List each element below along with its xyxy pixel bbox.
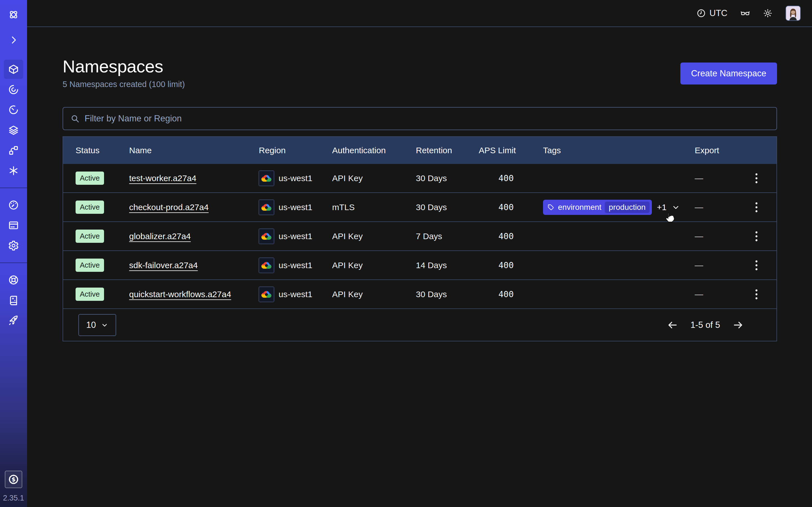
sidebar-item-getting-started[interactable] xyxy=(4,311,23,330)
region-cell: us-west1 xyxy=(259,229,332,244)
sidebar-item-nexus[interactable] xyxy=(4,141,23,160)
auth-cell: API Key xyxy=(332,290,416,299)
retention-cell: 30 Days xyxy=(416,203,479,212)
kebab-menu-icon xyxy=(755,260,758,271)
auth-cell: API Key xyxy=(332,231,416,241)
retention-cell: 14 Days xyxy=(416,261,479,270)
export-cell: — xyxy=(695,173,737,183)
retention-cell: 30 Days xyxy=(416,173,479,183)
filter-search-box xyxy=(63,107,777,130)
tags-cell: environment production +1 xyxy=(543,200,695,215)
aps-limit-cell: 400 xyxy=(479,231,543,241)
sidebar: $ 2.35.1 xyxy=(0,0,27,507)
book-sparkles-icon xyxy=(8,295,19,306)
aps-limit-cell: 400 xyxy=(479,289,543,299)
tag-key: environment xyxy=(558,203,601,212)
aps-limit-cell: 400 xyxy=(479,202,543,212)
table-row[interactable]: Active test-worker.a27a4 us-west1 A xyxy=(63,164,776,193)
sidebar-divider xyxy=(0,263,27,263)
chevron-down-icon xyxy=(672,203,680,212)
create-namespace-button[interactable]: Create Namespace xyxy=(680,62,777,84)
sidebar-item-namespaces[interactable] xyxy=(4,60,23,79)
region-label: us-west1 xyxy=(278,290,312,299)
row-menu-button[interactable] xyxy=(753,200,760,215)
sidebar-item-usage[interactable] xyxy=(4,195,23,215)
auth-cell: API Key xyxy=(332,261,416,270)
rocket-icon xyxy=(8,315,19,326)
sidebar-item-billing[interactable] xyxy=(4,216,23,235)
billing-card-icon xyxy=(8,220,19,231)
namespace-link[interactable]: quickstart-workflows.a27a4 xyxy=(129,290,231,299)
status-badge: Active xyxy=(75,201,104,214)
auth-cell: API Key xyxy=(332,173,416,183)
svg-text:$: $ xyxy=(11,476,16,483)
row-menu-button[interactable] xyxy=(753,229,760,244)
branch-icon xyxy=(8,145,19,156)
sidebar-item-workflows[interactable] xyxy=(4,80,23,99)
row-menu-button[interactable] xyxy=(753,258,760,273)
temporal-logo[interactable] xyxy=(4,5,23,24)
namespace-link[interactable]: sdk-failover.a27a4 xyxy=(129,261,198,270)
kebab-menu-icon xyxy=(755,202,758,213)
region-label: us-west1 xyxy=(278,203,312,212)
pagination-range: 1-5 of 5 xyxy=(691,320,720,330)
glasses-icon xyxy=(741,8,750,18)
table-body: Active test-worker.a27a4 us-west1 A xyxy=(63,164,776,309)
region-cell: us-west1 xyxy=(259,200,332,215)
sidebar-item-batch-operations[interactable] xyxy=(4,161,23,180)
column-header-authentication: Authentication xyxy=(332,146,416,155)
retention-cell: 30 Days xyxy=(416,290,479,299)
column-header-name: Name xyxy=(129,146,259,155)
sidebar-item-docs[interactable] xyxy=(4,291,23,310)
gcp-cloud-icon xyxy=(259,200,274,215)
page-size-value: 10 xyxy=(86,320,96,330)
tags-expand-button[interactable] xyxy=(672,203,680,212)
filter-search-input[interactable] xyxy=(85,114,769,124)
export-cell: — xyxy=(695,261,737,270)
asterisk-icon xyxy=(8,165,19,176)
namespace-link[interactable]: checkout-prod.a27a4 xyxy=(129,203,209,212)
row-menu-button[interactable] xyxy=(753,171,760,186)
export-cell: — xyxy=(695,231,737,241)
arrow-left-icon xyxy=(667,320,678,331)
next-page-button[interactable] xyxy=(732,320,744,331)
sidebar-item-settings[interactable] xyxy=(4,236,23,255)
cube-icon xyxy=(8,64,19,75)
avatar[interactable] xyxy=(785,6,801,21)
clock-icon xyxy=(696,8,706,18)
status-badge: Active xyxy=(75,259,104,272)
previous-page-button[interactable] xyxy=(667,320,678,331)
credits-button[interactable]: $ xyxy=(5,471,22,488)
gcp-cloud-icon xyxy=(259,171,274,186)
tag-value: production xyxy=(605,202,650,213)
gear-icon xyxy=(8,240,19,251)
table-row[interactable]: Active checkout-prod.a27a4 us-west1 xyxy=(63,193,776,222)
namespace-link[interactable]: test-worker.a27a4 xyxy=(129,173,196,183)
codec-server-button[interactable] xyxy=(741,8,750,18)
table-row[interactable]: Active globalizer.a27a4 us-west1 AP xyxy=(63,222,776,251)
namespace-link[interactable]: globalizer.a27a4 xyxy=(129,231,191,241)
theme-toggle-button[interactable] xyxy=(763,8,772,18)
table-row[interactable]: Active sdk-failover.a27a4 us-west1 xyxy=(63,251,776,280)
sidebar-item-schedules[interactable] xyxy=(4,100,23,119)
table-row[interactable]: Active quickstart-workflows.a27a4 us-wes… xyxy=(63,280,776,309)
page-size-select[interactable]: 10 xyxy=(79,314,116,336)
sidebar-item-deployments[interactable] xyxy=(4,121,23,140)
status-badge: Active xyxy=(75,288,104,301)
row-menu-button[interactable] xyxy=(753,287,760,302)
tag-pill[interactable]: environment production xyxy=(543,200,652,215)
sidebar-item-support[interactable] xyxy=(4,270,23,290)
sidebar-expand-button[interactable] xyxy=(4,31,23,50)
table-header-row: Status Name Region Authentication Retent… xyxy=(63,137,776,164)
dollar-badge-icon: $ xyxy=(8,473,19,485)
status-badge: Active xyxy=(75,172,104,185)
timezone-button[interactable]: UTC xyxy=(696,8,727,18)
tag-more-count: +1 xyxy=(657,203,666,212)
tag-icon xyxy=(547,204,555,211)
topbar: UTC xyxy=(27,0,812,27)
kebab-menu-icon xyxy=(755,173,758,184)
gauge-icon xyxy=(8,200,19,211)
aps-limit-cell: 400 xyxy=(479,173,543,183)
gcp-cloud-icon xyxy=(259,258,274,273)
auth-cell: mTLS xyxy=(332,203,416,212)
